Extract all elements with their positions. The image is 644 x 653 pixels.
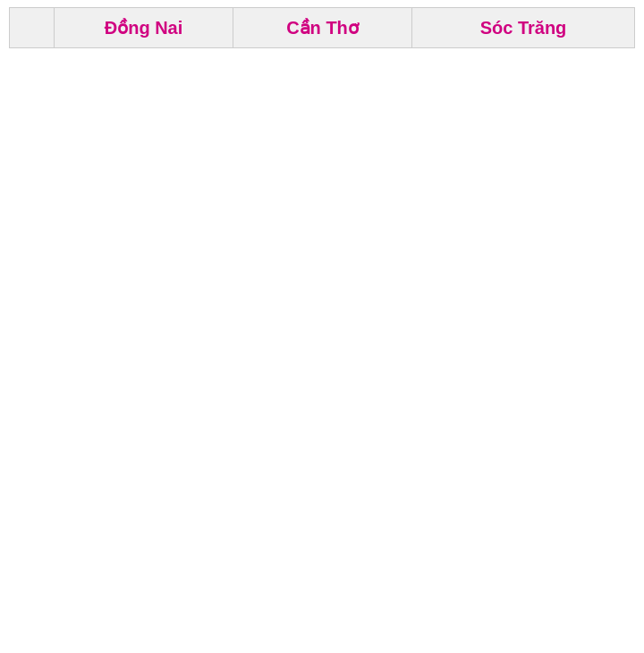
header-cantho: Cần Thơ	[233, 8, 412, 48]
header-label	[10, 8, 55, 48]
header-soctrang: Sóc Trăng	[412, 8, 635, 48]
lottery-results-table: Đồng Nai Cần Thơ Sóc Trăng	[9, 7, 635, 48]
header-dongnai: Đồng Nai	[55, 8, 233, 48]
